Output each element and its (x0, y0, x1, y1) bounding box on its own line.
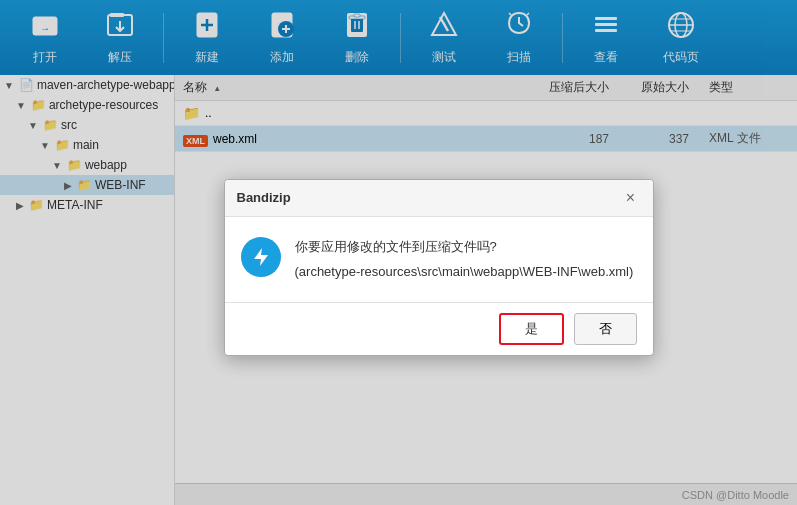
dialog-footer: 是 否 (225, 302, 653, 355)
dialog-message-area: 你要应用修改的文件到压缩文件吗? (archetype-resources\sr… (295, 237, 634, 283)
dialog-close-button[interactable]: × (621, 188, 641, 208)
dialog-titlebar: Bandizip × (225, 180, 653, 217)
dialog-yes-button[interactable]: 是 (499, 313, 564, 345)
dialog-message-line2: (archetype-resources\src\main\webapp\WEB… (295, 262, 634, 283)
dialog: Bandizip × 你要应用修改的文件到压缩文件吗? (archetype-r… (224, 179, 654, 357)
dialog-overlay: Bandizip × 你要应用修改的文件到压缩文件吗? (archetype-r… (0, 0, 797, 505)
dialog-title: Bandizip (237, 190, 291, 205)
dialog-message-line1: 你要应用修改的文件到压缩文件吗? (295, 237, 634, 258)
dialog-body: 你要应用修改的文件到压缩文件吗? (archetype-resources\sr… (225, 217, 653, 303)
dialog-no-button[interactable]: 否 (574, 313, 637, 345)
dialog-icon (241, 237, 281, 277)
